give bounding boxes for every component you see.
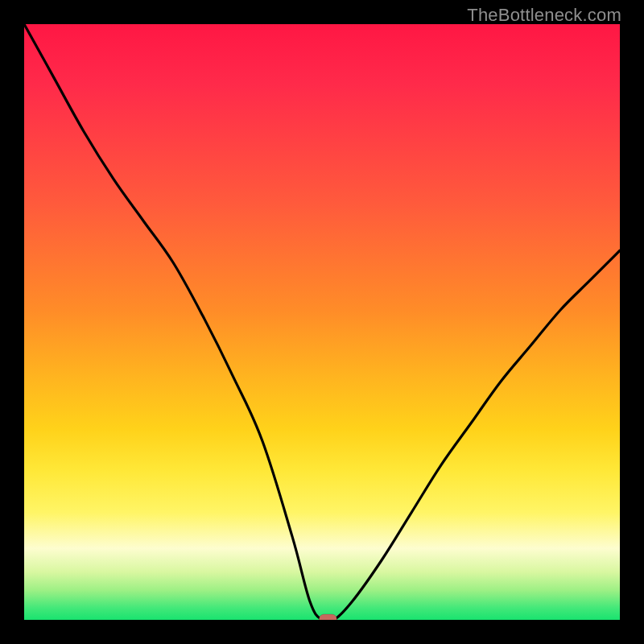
bottleneck-curve — [24, 24, 620, 620]
credit-label: TheBottleneck.com — [467, 5, 621, 26]
plot-area — [24, 24, 620, 620]
optimal-point-marker — [319, 614, 336, 620]
curve-line — [24, 24, 620, 620]
chart-frame: TheBottleneck.com — [0, 0, 644, 644]
